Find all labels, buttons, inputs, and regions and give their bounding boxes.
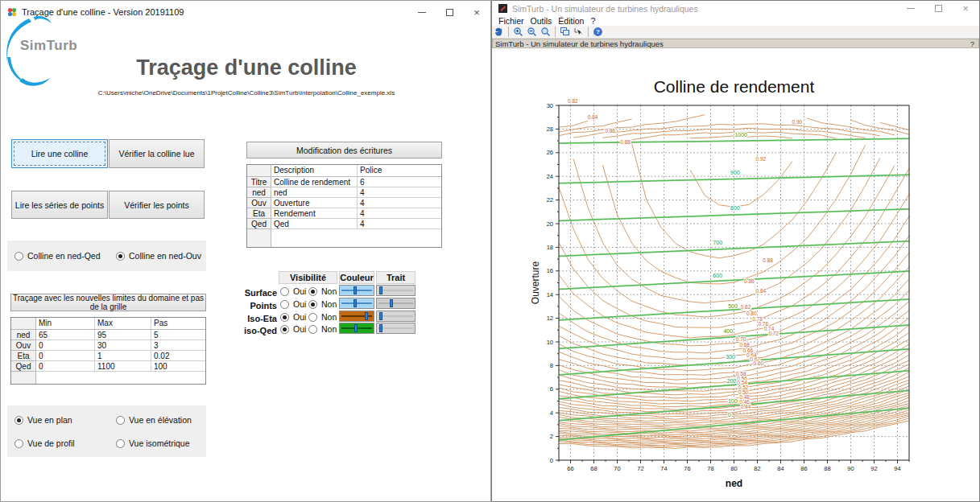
minimize-button[interactable] xyxy=(897,1,924,16)
cascade-windows-icon[interactable] xyxy=(558,26,572,38)
zoom-out-icon[interactable] xyxy=(525,26,539,38)
Iso-Eta-couleur-slider[interactable] xyxy=(339,311,374,322)
close-button[interactable]: × xyxy=(463,1,490,23)
radio-Points-oui[interactable]: Oui xyxy=(280,299,306,309)
close-button[interactable]: × xyxy=(952,1,979,16)
svg-text:0.60: 0.60 xyxy=(754,360,764,366)
svg-text:0.44: 0.44 xyxy=(741,404,751,409)
cell-qed-max[interactable]: 1100 xyxy=(95,361,151,372)
zoom-window-icon[interactable] xyxy=(539,26,552,38)
radio-vue-profil[interactable]: Vue de profil xyxy=(14,438,75,448)
cell-titre-police[interactable]: 6 xyxy=(358,177,441,187)
svg-text:4: 4 xyxy=(550,409,553,417)
radio-vue-elevation[interactable]: Vue en élévation xyxy=(116,415,192,425)
radio-colline-ned-qed[interactable]: Colline en ned-Qed xyxy=(14,251,100,261)
svg-text:72: 72 xyxy=(637,465,643,472)
svg-text:200: 200 xyxy=(727,378,737,384)
radio-Surface-non[interactable]: Non xyxy=(308,286,337,296)
radio-vue-plan[interactable]: Vue en plan xyxy=(14,415,72,425)
cell-ned-description[interactable]: ned xyxy=(271,187,358,198)
cell-ouv-description[interactable]: Ouverture xyxy=(271,198,358,208)
cell-qed-pas[interactable]: 100 xyxy=(151,361,205,372)
cell-qed-description[interactable]: Qed xyxy=(271,219,358,229)
Surface-trait-slider[interactable] xyxy=(376,285,416,296)
cell-eta-min[interactable]: 0 xyxy=(36,351,95,361)
cell-ouv-pas[interactable]: 3 xyxy=(151,340,205,351)
maximize-button[interactable] xyxy=(924,1,952,16)
lire-series-button[interactable]: Lire les séries de points xyxy=(11,191,108,219)
Points-couleur-slider[interactable] xyxy=(339,298,374,309)
Surface-couleur-slider[interactable] xyxy=(339,285,374,296)
iso-Qed-trait-slider[interactable] xyxy=(376,323,416,334)
cell-ned-min[interactable]: 65 xyxy=(36,330,95,340)
menu-fichier[interactable]: Fichier xyxy=(498,16,524,26)
Points-trait-slider[interactable] xyxy=(376,298,416,309)
svg-text:0.84: 0.84 xyxy=(756,288,767,294)
menu-outils[interactable]: Outils xyxy=(531,16,552,26)
menu-help[interactable]: ? xyxy=(590,16,595,26)
help-icon[interactable]: ? xyxy=(591,26,605,38)
colline-mode-panel: Colline en ned-Qed Colline en ned-Ouv xyxy=(7,241,206,271)
cell-ned-max[interactable]: 95 xyxy=(95,330,151,340)
ecritures-table: Description Police Titre Colline de rend… xyxy=(246,164,442,248)
tracage-limites-button[interactable]: Traçage avec les nouvelles limites du do… xyxy=(10,294,206,311)
panel-caption: SimTurb - Un simulateur de turbines hydr… xyxy=(492,39,979,48)
cell-ouv-max[interactable]: 30 xyxy=(95,340,151,351)
svg-text:Ouverture: Ouverture xyxy=(530,261,541,304)
zoom-in-icon[interactable] xyxy=(511,26,525,38)
cell-ned-police[interactable]: 4 xyxy=(358,187,441,198)
col-header-police: Police xyxy=(358,165,441,177)
svg-text:82: 82 xyxy=(754,465,760,472)
toolbar: ? xyxy=(492,26,979,39)
radio-colline-ned-ouv[interactable]: Colline en ned-Ouv xyxy=(116,251,201,261)
radio-Iso-Eta-oui[interactable]: Oui xyxy=(280,312,306,322)
simturb-window: SimTurb - Un simulateur de turbines hydr… xyxy=(491,0,980,502)
radio-vue-isometrique[interactable]: Vue isométrique xyxy=(116,438,189,448)
cell-ouv-min[interactable]: 0 xyxy=(36,340,95,351)
cell-eta-police[interactable]: 4 xyxy=(358,208,441,219)
cell-ouv-police[interactable]: 4 xyxy=(358,198,441,208)
verifier-colline-button[interactable]: Vérifier la colline lue xyxy=(109,139,205,168)
minimize-button[interactable] xyxy=(408,1,436,23)
svg-text:20: 20 xyxy=(547,220,553,228)
file-path: C:\Users\miche\OneDrive\Documents\1Proje… xyxy=(25,89,468,97)
svg-text:0: 0 xyxy=(550,457,553,464)
svg-text:300: 300 xyxy=(726,354,735,360)
svg-text:Colline de rendement: Colline de rendement xyxy=(654,77,815,96)
svg-text:84: 84 xyxy=(777,465,784,472)
panel-caption-help[interactable]: ? xyxy=(970,39,974,48)
left-titlebar: Traçage d'une colline - Version 20191109… xyxy=(1,1,490,23)
cell-eta-pas[interactable]: 0.02 xyxy=(151,351,205,361)
lire-colline-button[interactable]: Lire une colline xyxy=(11,139,108,168)
modification-ecritures-button[interactable]: Modification des écritures xyxy=(246,142,442,158)
radio-iso-Qed-oui[interactable]: Oui xyxy=(280,324,306,334)
iso-Qed-couleur-slider[interactable] xyxy=(339,323,374,334)
cell-eta-max[interactable]: 1 xyxy=(95,351,151,361)
menu-edition[interactable]: Édition xyxy=(558,16,584,26)
cell-qed-min[interactable]: 0 xyxy=(36,361,95,372)
verifier-points-button[interactable]: Vérifier les points xyxy=(109,191,205,219)
svg-text:0.82: 0.82 xyxy=(741,304,751,310)
pan-hand-icon[interactable] xyxy=(492,26,506,38)
node-select-icon[interactable] xyxy=(572,26,585,38)
svg-text:600: 600 xyxy=(713,273,722,278)
cell-eta-description[interactable]: Rendement xyxy=(271,208,358,219)
radio-Surface-oui[interactable]: Oui xyxy=(280,286,306,296)
svg-text:500: 500 xyxy=(728,303,738,309)
maximize-button[interactable] xyxy=(436,1,463,23)
svg-text:92: 92 xyxy=(870,465,877,472)
radio-iso-Qed-non[interactable]: Non xyxy=(308,324,337,334)
svg-text:0.84: 0.84 xyxy=(588,114,598,120)
Iso-Eta-trait-slider[interactable] xyxy=(376,311,416,322)
svg-text:24: 24 xyxy=(547,173,553,180)
svg-text:12: 12 xyxy=(547,315,553,322)
svg-text:1000: 1000 xyxy=(734,132,747,138)
radio-Points-non[interactable]: Non xyxy=(308,299,337,309)
cell-ned-pas[interactable]: 5 xyxy=(151,330,205,340)
radio-Iso-Eta-non[interactable]: Non xyxy=(308,312,337,322)
cell-qed-police[interactable]: 4 xyxy=(358,219,441,229)
row-label-surface: Surface xyxy=(242,288,277,298)
cell-titre-description[interactable]: Colline de rendement xyxy=(271,177,358,187)
right-window-title: SimTurb - Un simulateur de turbines hydr… xyxy=(512,4,698,14)
svg-text:800: 800 xyxy=(730,205,740,211)
